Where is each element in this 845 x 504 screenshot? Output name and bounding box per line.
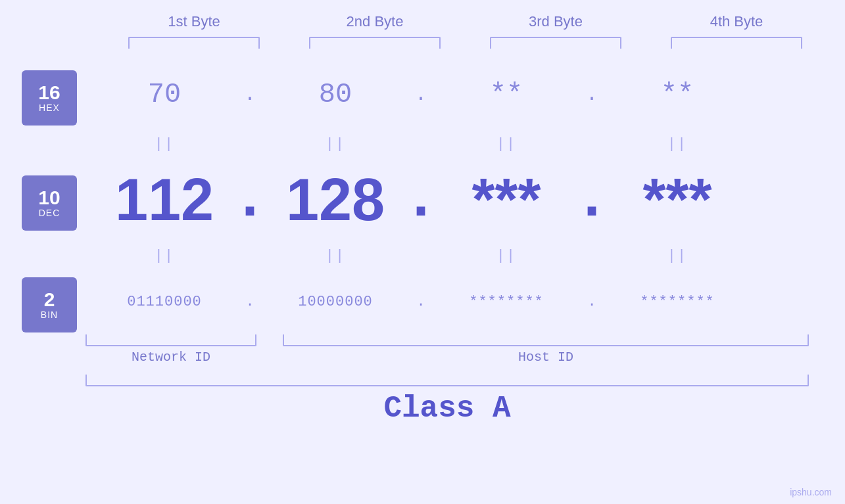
bin-byte3-cell: ********: [434, 294, 579, 310]
eq1-byte2: ||: [263, 136, 408, 152]
eq-symbol-7: ||: [496, 248, 516, 264]
dec-badge: 10 DEC: [22, 175, 77, 231]
eq-symbol-5: ||: [155, 248, 174, 264]
dec-dot2: .: [403, 166, 439, 233]
ip-rows: 70 . 80 . ** . **: [92, 62, 845, 334]
byte1-header: 1st Byte: [122, 13, 266, 30]
hex-badge-number: 16: [38, 83, 60, 103]
hex-dot3-cell: .: [579, 83, 605, 106]
hex-byte1-cell: 70: [92, 79, 237, 110]
bin-dot2-cell: .: [408, 294, 434, 310]
eq1-byte4: ||: [605, 136, 750, 152]
dec-dot3-cell: .: [579, 166, 605, 233]
watermark: ipshu.com: [790, 487, 832, 497]
bin-dot2: .: [416, 294, 425, 310]
bin-badge-row: 2 BIN: [22, 275, 77, 334]
hex-byte4-cell: **: [605, 79, 750, 110]
class-bracket: [85, 375, 809, 386]
eq-row-1: [22, 131, 77, 164]
dec-row: 112 . 128 . *** . ***: [92, 160, 845, 239]
byte4-header: 4th Byte: [664, 13, 809, 30]
dec-dot1: .: [232, 166, 268, 233]
hex-byte2-cell: 80: [263, 79, 408, 110]
bin-byte4: ********: [640, 294, 715, 310]
dec-dot2-cell: .: [408, 166, 434, 233]
host-bracket: [283, 334, 809, 346]
eq-symbol-3: ||: [496, 136, 516, 152]
eq2-byte4: ||: [605, 248, 750, 264]
hex-dot1: .: [244, 83, 256, 106]
bin-dot3: .: [587, 294, 596, 310]
bin-byte2-cell: 10000000: [263, 294, 408, 310]
dec-byte3-cell: ***: [434, 166, 579, 234]
bracket-byte3: [490, 37, 621, 49]
host-id-label: Host ID: [283, 350, 809, 365]
dec-byte1-cell: 112: [92, 166, 237, 234]
eq2-byte3: ||: [434, 248, 579, 264]
bin-byte2: 10000000: [298, 294, 373, 310]
dec-dot1-cell: .: [237, 166, 263, 233]
class-label: Class A: [85, 392, 809, 426]
bin-byte1-cell: 01110000: [92, 294, 237, 310]
equals-row-1: || || || ||: [92, 127, 845, 160]
bracket-byte1: [128, 37, 260, 49]
network-id-label: Network ID: [85, 350, 256, 365]
content-area: 16 HEX 10 DEC 2: [0, 62, 845, 334]
eq2-byte2: ||: [263, 248, 408, 264]
eq1-byte3: ||: [434, 136, 579, 152]
bin-badge-label: BIN: [41, 309, 58, 320]
byte-headers: 1st Byte 2nd Byte 3rd Byte 4th Byte: [104, 13, 827, 30]
top-brackets: [104, 37, 827, 49]
dec-byte4-cell: ***: [605, 166, 750, 234]
eq-symbol-6: ||: [326, 248, 345, 264]
bin-byte1: 01110000: [127, 294, 202, 310]
id-brackets: [85, 334, 809, 346]
hex-badge: 16 HEX: [22, 70, 77, 126]
dec-dot3: .: [574, 166, 610, 233]
dec-byte2: 128: [286, 166, 385, 234]
dec-badge-row: 10 DEC: [22, 164, 77, 242]
hex-dot1-cell: .: [237, 83, 263, 106]
byte2-header: 2nd Byte: [302, 13, 447, 30]
hex-row: 70 . 80 . ** . **: [92, 62, 845, 127]
bin-badge: 2 BIN: [22, 277, 77, 332]
bin-badge-number: 2: [44, 290, 55, 309]
dec-byte1: 112: [115, 166, 214, 234]
bin-dot1: .: [245, 294, 254, 310]
hex-byte3: **: [490, 79, 523, 110]
bracket-byte2: [309, 37, 441, 49]
dec-badge-label: DEC: [39, 208, 60, 218]
eq-symbol-1: ||: [155, 136, 174, 152]
hex-badge-label: HEX: [39, 103, 60, 113]
dec-byte4: ***: [642, 166, 712, 234]
hex-dot2-cell: .: [408, 83, 434, 106]
hex-byte3-cell: **: [434, 79, 579, 110]
badges-column: 16 HEX 10 DEC 2: [0, 62, 92, 334]
hex-byte4: **: [661, 79, 694, 110]
eq-row-2: [22, 242, 77, 275]
dec-byte2-cell: 128: [263, 166, 408, 234]
bin-dot3-cell: .: [579, 294, 605, 310]
bin-dot1-cell: .: [237, 294, 263, 310]
hex-byte1: 70: [148, 79, 181, 110]
bin-row: 01110000 . 10000000 . ******** .: [92, 272, 845, 331]
main-container: 1st Byte 2nd Byte 3rd Byte 4th Byte 16 H…: [0, 0, 845, 504]
eq-symbol-4: ||: [667, 136, 687, 152]
hex-badge-row: 16 HEX: [22, 65, 77, 131]
network-bracket: [85, 334, 256, 346]
eq-symbol-8: ||: [667, 248, 687, 264]
byte3-header: 3rd Byte: [483, 13, 628, 30]
id-labels: Network ID Host ID: [85, 350, 809, 365]
hex-dot3: .: [586, 83, 598, 106]
bottom-section: Network ID Host ID Class A: [0, 334, 845, 426]
equals-row-2: || || || ||: [92, 239, 845, 272]
dec-byte3: ***: [471, 166, 541, 234]
eq1-byte1: ||: [92, 136, 237, 152]
hex-dot2: .: [415, 83, 427, 106]
bin-byte3: ********: [469, 294, 544, 310]
bracket-byte4: [671, 37, 802, 49]
bin-byte4-cell: ********: [605, 294, 750, 310]
hex-byte2: 80: [319, 79, 352, 110]
dec-badge-number: 10: [38, 188, 60, 208]
eq-symbol-2: ||: [326, 136, 345, 152]
